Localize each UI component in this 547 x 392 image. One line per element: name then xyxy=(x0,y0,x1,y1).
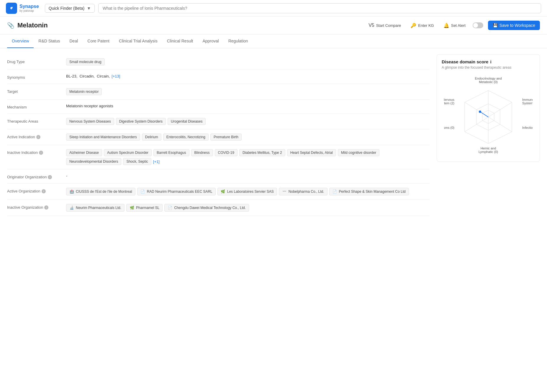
inactive-org-neurim: 🔬 Neurim Pharmaceuticals Ltd. xyxy=(66,204,125,212)
active-org-label: Active Organization i xyxy=(7,188,66,193)
mechanism-text: Melatonin receptor agonists xyxy=(66,104,113,108)
inactive-tag-barrett: Barrett Esophagus xyxy=(153,149,189,156)
logo-name: Synapse xyxy=(19,4,39,9)
inactive-indication-info-icon: i xyxy=(39,151,43,155)
active-org-servier: 🌿 Les Laboratoires Servier SAS xyxy=(217,188,277,195)
inactive-more-link[interactable]: [+1] xyxy=(153,159,160,164)
active-org-value: 🏥 CIUSSS de l'Est de l'ile de Montreal 📄… xyxy=(66,188,430,195)
therapeutic-areas-value: Nervous System Diseases Digestive System… xyxy=(66,118,430,125)
kg-icon: 🔑 xyxy=(410,23,416,28)
tab-clinical-result[interactable]: Clinical Result xyxy=(162,34,198,48)
org-icon-ciusss: 🏥 xyxy=(69,189,74,194)
therapeutic-tag-nervous: Nervous System Diseases xyxy=(66,118,114,125)
svg-point-23 xyxy=(479,111,481,113)
drug-type-tag: Small molecule drug xyxy=(66,58,105,65)
logo-icon xyxy=(6,3,17,14)
inactive-tag-neuro: Neurodevelopmental Disorders xyxy=(66,158,121,165)
inactive-tag-diabetes: Diabetes Mellitus, Type 2 xyxy=(239,149,285,156)
tab-deal[interactable]: Deal xyxy=(65,34,83,48)
tab-bar: Overview R&D Status Deal Core Patent Cli… xyxy=(0,34,547,48)
inactive-tag-autism: Autism Spectrum Disorder xyxy=(104,149,152,156)
svg-text:Neoplasms (0): Neoplasms (0) xyxy=(444,126,454,129)
inactive-org-info-icon: i xyxy=(44,205,48,210)
originator-info-icon: i xyxy=(48,175,52,179)
synonyms-more-link[interactable]: [+13] xyxy=(112,74,120,78)
tab-rd-status[interactable]: R&D Status xyxy=(34,34,65,48)
synonyms-value: BL-23, Circadin, Circain, [+13] xyxy=(66,74,430,78)
inactive-tag-heart: Heart Septal Defects, Atrial xyxy=(287,149,336,156)
svg-point-1 xyxy=(12,7,13,8)
enter-kg-button[interactable]: 🔑 Enter KG xyxy=(408,22,436,29)
inactive-org-row: Inactive Organization i 🔬 Neurim Pharmac… xyxy=(7,200,430,216)
drug-type-row: Drug Type Small molecule drug xyxy=(7,54,430,70)
indication-tag-sleep: Sleep Initiation and Maintenance Disorde… xyxy=(66,134,140,141)
tab-clinical-trial[interactable]: Clinical Trial Analysis xyxy=(114,34,162,48)
active-org-perfect: 📄 Perfect Shape & Skin Management Co Ltd xyxy=(329,188,409,195)
set-alert-label: Set Alert xyxy=(451,23,466,28)
indication-tag-enterocolitis: Enterocolitis, Necrotizing xyxy=(163,134,209,141)
disease-domain-title: Disease domain score i xyxy=(442,59,535,64)
svg-text:Hemic and: Hemic and xyxy=(481,146,496,150)
inactive-org-label: Inactive Organization i xyxy=(7,204,66,210)
active-indication-label: Active Indication i xyxy=(7,134,66,139)
synonyms-label: Synonyms xyxy=(7,74,66,80)
tab-core-patent[interactable]: Core Patent xyxy=(83,34,114,48)
header-actions: V5 Start Compare 🔑 Enter KG 🔔 Set Alert … xyxy=(366,21,540,30)
tab-approval[interactable]: Approval xyxy=(198,34,223,48)
save-label: Save to Workspace xyxy=(499,23,535,28)
active-indication-value: Sleep Initiation and Maintenance Disorde… xyxy=(66,134,430,141)
left-panel: Drug Type Small molecule drug Synonyms B… xyxy=(7,54,437,216)
logo-area: Synapse by patsnap xyxy=(6,3,39,14)
mechanism-label: Mechanism xyxy=(7,104,66,109)
originator-row: Originator Organization i - xyxy=(7,169,430,184)
org-icon-pharmamel: 🌿 xyxy=(130,205,134,210)
org-icon-perfect: 📄 xyxy=(333,189,337,194)
svg-text:Lymphatic (0): Lymphatic (0) xyxy=(479,150,498,154)
inactive-indication-value: Alzheimer Disease Autism Spectrum Disord… xyxy=(66,149,430,165)
drug-type-value: Small molecule drug xyxy=(66,58,430,65)
svg-marker-22 xyxy=(480,112,488,117)
svg-text:System (2): System (2) xyxy=(444,101,454,105)
inactive-tag-alzheimer: Alzheimer Disease xyxy=(66,149,102,156)
active-org-ciusss: 🏥 CIUSSS de l'Est de l'ile de Montreal xyxy=(66,188,135,195)
org-icon-rad: 📄 xyxy=(140,189,145,194)
svg-text:Nervous: Nervous xyxy=(444,98,454,101)
active-indication-info-icon: i xyxy=(36,135,40,139)
disease-domain-info-icon: i xyxy=(490,59,491,64)
synonyms-row: Synonyms BL-23, Circadin, Circain, [+13] xyxy=(7,70,430,84)
start-compare-button[interactable]: V5 Start Compare xyxy=(366,22,403,29)
inactive-org-pharmamel: 🌿 Pharmamel SL xyxy=(126,204,163,212)
originator-label: Originator Organization i xyxy=(7,174,66,179)
alert-icon: 🔔 xyxy=(443,23,449,28)
originator-text: - xyxy=(66,174,67,178)
target-label: Target xyxy=(7,88,66,94)
pin-icon: 📎 xyxy=(7,22,14,29)
compare-icon: V5 xyxy=(369,23,374,28)
disease-domain-subtitle: A glimpse into the focused therapeutic a… xyxy=(442,65,535,70)
tab-regulation[interactable]: Regulation xyxy=(224,34,253,48)
set-alert-button[interactable]: 🔔 Set Alert xyxy=(441,22,468,29)
radar-chart-container: Endocrinology and Metabolic (0) Immune S… xyxy=(442,74,535,157)
active-org-row: Active Organization i 🏥 CIUSSS de l'Est … xyxy=(7,184,430,200)
org-icon-nobel: 〰 xyxy=(282,189,287,194)
therapeutic-tag-urogenital: Urogenital Diseases xyxy=(168,118,206,125)
inactive-org-value: 🔬 Neurim Pharmaceuticals Ltd. 🌿 Pharmame… xyxy=(66,204,430,212)
compare-label: Start Compare xyxy=(376,23,401,28)
tab-overview[interactable]: Overview xyxy=(7,34,34,48)
inactive-tag-covid: COVID-19 xyxy=(215,149,238,156)
main-content: Drug Type Small molecule drug Synonyms B… xyxy=(0,48,547,222)
therapeutic-areas-label: Therapeutic Areas xyxy=(7,118,66,123)
svg-text:System (0): System (0) xyxy=(522,101,533,105)
search-input[interactable] xyxy=(98,3,541,13)
quick-finder-label: Quick Finder (Beta) xyxy=(49,6,84,11)
drug-type-label: Drug Type xyxy=(7,58,66,64)
quick-finder-button[interactable]: Quick Finder (Beta) ▼ xyxy=(45,4,95,13)
active-indication-row: Active Indication i Sleep Initiation and… xyxy=(7,129,430,145)
target-value: Melatonin receptor xyxy=(66,88,430,95)
svg-text:Immune: Immune xyxy=(522,98,533,101)
originator-value: - xyxy=(66,174,430,178)
therapeutic-tag-digestive: Digestive System Disorders xyxy=(116,118,166,125)
save-to-workspace-button[interactable]: 💾 Save to Workspace xyxy=(488,21,540,30)
alert-toggle[interactable] xyxy=(473,22,483,28)
inactive-indication-row: Inactive Indication i Alzheimer Disease … xyxy=(7,145,430,169)
